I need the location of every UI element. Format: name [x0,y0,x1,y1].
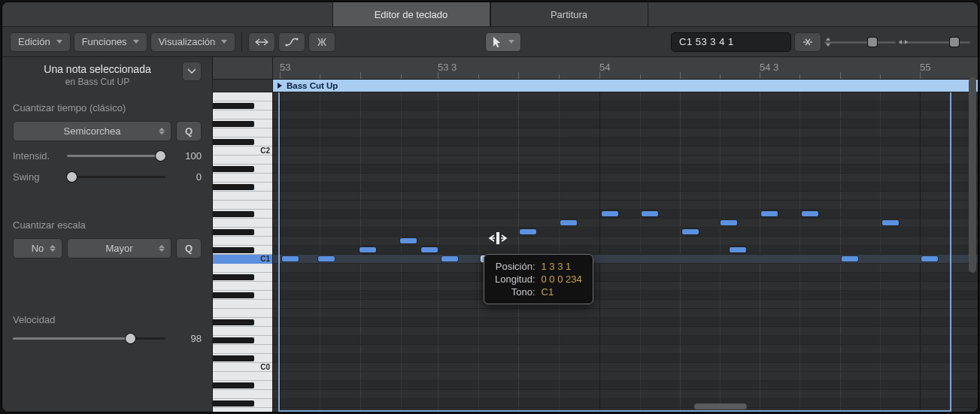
quantize-scale-label: Cuantizar escala [13,219,202,231]
vertical-scrollbar[interactable] [969,77,976,397]
disclosure-button[interactable] [182,62,202,81]
ruler-label: 54 3 [760,62,778,73]
velocity-slider[interactable] [13,331,165,345]
inspector-panel: Una nota seleccionada en Bass Cut UP Cua… [2,57,213,412]
toolbar: Edición Funciones Visualización C1 53 3 … [2,27,978,57]
svg-point-0 [286,44,288,46]
midi-note[interactable] [921,256,938,261]
quantize-button[interactable]: Q [176,121,202,141]
midi-note[interactable] [560,220,577,225]
swing-label: Swing [13,171,59,183]
region-name: Bass Cut Up [287,81,338,90]
piano-keyboard[interactable]: C2C1C0 [213,92,273,412]
octave-label: C1 [260,255,270,263]
collapse-icon [315,37,329,47]
midi-note[interactable] [682,229,699,234]
info-display[interactable]: C1 53 3 4 1 [671,32,791,52]
selection-subtitle: en Bass Cut UP [13,77,182,87]
midi-note[interactable] [602,211,618,216]
vertical-zoom-slider[interactable] [824,34,896,50]
swing-value[interactable]: 0 [173,171,202,183]
time-ruler[interactable]: 5353 35454 355 [213,57,978,80]
note-grid[interactable]: Posición:1 3 3 1 Longitud:0 0 0 234 Tono… [273,92,978,412]
ruler-label: 53 3 [438,62,457,73]
midi-note[interactable] [421,247,438,252]
pointer-tool[interactable] [485,32,521,52]
midi-note[interactable] [441,256,458,261]
octave-label: C0 [260,363,270,371]
midi-note[interactable] [761,211,778,216]
snap-icon [801,37,815,47]
svg-point-1 [296,38,299,40]
velocity-label: Velocidad [13,314,202,325]
quantize-time-label: Cuantizar tiempo (clásico) [13,102,202,113]
midi-note[interactable] [730,247,746,252]
tab-score[interactable]: Partitura [490,2,648,26]
strength-label: Intensid. [13,150,59,162]
midi-note[interactable] [282,256,299,261]
curve-icon [285,37,299,47]
strength-value[interactable]: 100 [173,150,202,162]
selection-title: Una nota seleccionada [13,63,182,75]
collapse-button[interactable] [308,32,335,52]
horizontal-zoom-slider[interactable] [899,34,970,50]
ruler-label: 55 [920,62,930,73]
catch-icon [255,37,269,47]
midi-note[interactable] [318,256,335,261]
pointer-icon [492,36,502,48]
view-menu[interactable]: Visualización [150,32,236,52]
zoom-h-icon [899,38,908,46]
ruler-label: 53 [280,62,290,73]
chevron-down-icon [187,68,197,75]
tab-piano-roll[interactable]: Editor de teclado [332,2,490,26]
edit-menu[interactable]: Edición [10,32,71,52]
midi-note[interactable] [642,211,658,216]
midi-note[interactable] [842,256,858,261]
scale-quantize-button[interactable]: Q [176,238,202,258]
strength-slider[interactable] [67,149,165,162]
zoom-v-icon [824,38,832,47]
scale-enable-select[interactable]: No [13,238,62,258]
midi-note[interactable] [721,220,737,225]
automation-curve-button[interactable] [278,32,305,52]
midi-note[interactable] [400,238,417,243]
quantize-grid-select[interactable]: Semicorchea [13,121,171,141]
midi-note[interactable] [360,247,376,252]
octave-label: C2 [260,147,270,155]
main-tab-bar: Editor de teclado Partitura [2,2,978,27]
play-icon [278,83,282,89]
functions-menu[interactable]: Funciones [74,32,147,52]
note-info-tooltip: Posición:1 3 3 1 Longitud:0 0 0 234 Tono… [484,254,593,304]
horizontal-scrollbar[interactable] [491,403,963,409]
midi-note[interactable] [802,211,818,216]
midi-note[interactable] [520,229,536,234]
swing-slider[interactable] [67,170,165,183]
region-header[interactable]: Bass Cut Up [273,80,978,92]
velocity-value[interactable]: 98 [173,333,202,344]
ruler-label: 54 [599,62,610,73]
midi-note[interactable] [882,220,899,225]
catch-playhead-button[interactable] [248,32,275,52]
scale-type-select[interactable]: Mayor [67,238,171,258]
snap-button[interactable] [794,32,821,52]
